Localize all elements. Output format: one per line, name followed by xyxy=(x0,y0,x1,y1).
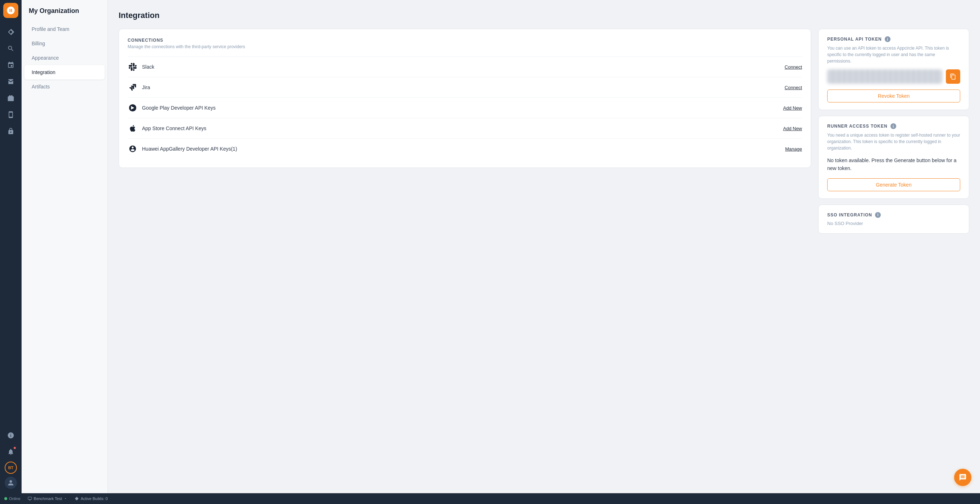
content-grid: CONNECTIONS Manage the connections with … xyxy=(119,29,969,234)
nav-icon-search[interactable] xyxy=(3,41,18,56)
runner-token-title: RUNNER ACCESS TOKEN xyxy=(827,124,888,129)
sso-no-provider: No SSO Provider xyxy=(827,221,960,226)
nav-icon-bell[interactable] xyxy=(3,444,18,459)
sidebar-item-appearance[interactable]: Appearance xyxy=(24,51,105,65)
page-title: Integration xyxy=(119,11,969,20)
slack-icon xyxy=(127,62,138,72)
nav-user-icon[interactable] xyxy=(5,477,17,489)
status-bar: Online Benchmark Test Active Builds: 0 xyxy=(0,493,980,504)
slack-connect[interactable]: Connect xyxy=(785,64,802,70)
revoke-token-button[interactable]: Revoke Token xyxy=(827,89,960,102)
api-token-value xyxy=(827,69,942,84)
personal-token-title: PERSONAL API TOKEN xyxy=(827,37,882,42)
right-cards: PERSONAL API TOKEN i You can use an API … xyxy=(818,29,969,234)
org-title: My Organization xyxy=(22,7,108,22)
online-dot xyxy=(4,497,7,500)
main-content: Integration CONNECTIONS Manage the conne… xyxy=(108,0,980,493)
nav-icon-connect[interactable] xyxy=(3,57,18,73)
nav-icon-store[interactable] xyxy=(3,74,18,89)
chat-fab[interactable] xyxy=(954,469,971,486)
runner-token-info-icon[interactable]: i xyxy=(891,123,896,129)
status-active-builds: Active Builds: 0 xyxy=(75,496,108,501)
nav-icon-info[interactable] xyxy=(3,428,18,443)
jira-icon xyxy=(127,82,138,92)
sso-info-icon[interactable]: i xyxy=(875,212,881,218)
sidebar-item-artifacts[interactable]: Artifacts xyxy=(24,79,105,94)
app-store-icon xyxy=(127,123,138,134)
connections-title: CONNECTIONS xyxy=(127,38,802,43)
nav-icon-lock[interactable] xyxy=(3,124,18,139)
google-play-name: Google Play Developer API Keys xyxy=(142,105,783,111)
online-label: Online xyxy=(9,496,21,501)
sso-header: SSO INTEGRATION i xyxy=(827,212,960,218)
status-online: Online xyxy=(4,496,21,501)
nav-bar: BT xyxy=(0,0,22,493)
personal-token-desc: You can use an API token to access Appci… xyxy=(827,45,960,64)
google-play-icon xyxy=(127,103,138,113)
jira-connect[interactable]: Connect xyxy=(785,85,802,90)
app-store-name: App Store Connect API Keys xyxy=(142,126,783,131)
sso-title: SSO INTEGRATION xyxy=(827,213,872,218)
app-logo[interactable] xyxy=(3,3,18,18)
app-store-add[interactable]: Add New xyxy=(783,126,802,131)
connection-item-huawei: Huawei AppGallery Developer API Keys(1) … xyxy=(127,138,802,159)
sidebar-item-billing[interactable]: Billing xyxy=(24,36,105,51)
runner-access-token-card: RUNNER ACCESS TOKEN i You need a unique … xyxy=(818,116,969,199)
google-play-add[interactable]: Add New xyxy=(783,105,802,111)
huawei-name: Huawei AppGallery Developer API Keys(1) xyxy=(142,146,785,152)
connection-item-google-play: Google Play Developer API Keys Add New xyxy=(127,97,802,118)
build-label: Benchmark Test xyxy=(34,496,62,501)
nav-icon-briefcase[interactable] xyxy=(3,91,18,106)
svg-rect-1 xyxy=(28,497,32,500)
jira-name: Jira xyxy=(142,84,785,90)
sidebar: My Organization Profile and Team Billing… xyxy=(22,0,108,493)
no-token-text: No token available. Press the Generate b… xyxy=(827,156,960,173)
connections-desc: Manage the connections with the third-pa… xyxy=(127,44,802,49)
connection-item-app-store: App Store Connect API Keys Add New xyxy=(127,118,802,138)
runner-token-desc: You need a unique access token to regist… xyxy=(827,132,960,151)
personal-api-token-card: PERSONAL API TOKEN i You can use an API … xyxy=(818,29,969,110)
active-builds-label: Active Builds: 0 xyxy=(81,496,108,501)
slack-name: Slack xyxy=(142,64,785,70)
personal-token-header: PERSONAL API TOKEN i xyxy=(827,36,960,42)
connection-item-slack: Slack Connect xyxy=(127,56,802,77)
connection-item-jira: Jira Connect xyxy=(127,77,802,97)
status-build-item: Benchmark Test xyxy=(28,496,68,501)
sidebar-item-integration[interactable]: Integration xyxy=(24,65,105,79)
connections-card: CONNECTIONS Manage the connections with … xyxy=(119,29,811,168)
personal-token-info-icon[interactable]: i xyxy=(885,36,891,42)
generate-token-button[interactable]: Generate Token xyxy=(827,178,960,191)
token-input-row xyxy=(827,69,960,84)
sidebar-item-profile-team[interactable]: Profile and Team xyxy=(24,22,105,36)
nav-icon-device[interactable] xyxy=(3,107,18,122)
runner-token-header: RUNNER ACCESS TOKEN i xyxy=(827,123,960,129)
huawei-manage[interactable]: Manage xyxy=(785,146,802,152)
huawei-icon xyxy=(127,144,138,154)
nav-avatar[interactable]: BT xyxy=(5,461,17,474)
copy-token-button[interactable] xyxy=(946,69,960,84)
nav-icon-build[interactable] xyxy=(3,24,18,40)
sso-integration-card: SSO INTEGRATION i No SSO Provider xyxy=(818,205,969,234)
